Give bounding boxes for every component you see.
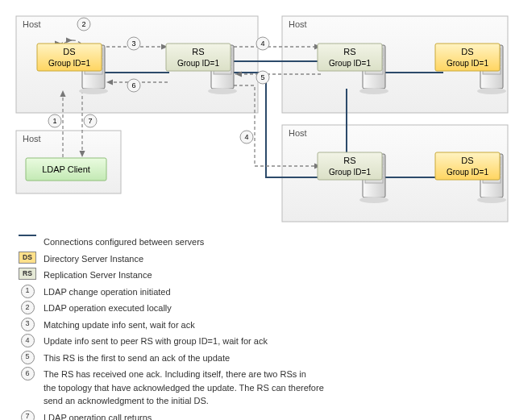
legend-connections: Connections configured between servers <box>16 235 503 249</box>
circle-2-icon: 2 <box>21 301 35 314</box>
step-bubble-3: 3 <box>127 37 140 50</box>
svg-text:Group ID=1: Group ID=1 <box>447 168 488 177</box>
svg-text:3: 3 <box>131 40 135 48</box>
svg-text:RS: RS <box>343 47 355 56</box>
host-label: Host <box>289 128 307 138</box>
legend-step-2: 2 LDAP operation executed locally <box>16 301 503 315</box>
ds-label: DS <box>63 47 75 56</box>
step-bubble-5: 5 <box>256 71 269 84</box>
ds-icon: DS <box>19 252 36 264</box>
group-id-label: Group ID=1 <box>177 59 219 68</box>
circle-3-icon: 3 <box>21 318 35 331</box>
legend-step-4: 4 Update info sent to peer RS with group… <box>16 334 503 348</box>
svg-text:4: 4 <box>244 133 248 141</box>
legend-step-6: 6 The RS has received one ack. Including… <box>16 367 503 408</box>
legend-step-3: 3 Matching update info sent, wait for ac… <box>16 318 503 332</box>
svg-text:1: 1 <box>52 117 56 125</box>
ldap-client: LDAP Client <box>26 158 106 181</box>
ldap-client-label: LDAP Client <box>42 164 90 174</box>
circle-7-icon: 7 <box>21 410 35 421</box>
legend-step-1: 1 LDAP change operation initiated <box>16 285 503 299</box>
legend-ds: DS Directory Server Instance <box>16 252 503 266</box>
line-icon <box>19 235 36 236</box>
svg-text:RS: RS <box>343 156 355 165</box>
svg-text:Group ID=1: Group ID=1 <box>329 59 371 68</box>
circle-4-icon: 4 <box>21 334 35 347</box>
circle-5-icon: 5 <box>21 351 35 364</box>
rs-label: RS <box>192 47 204 56</box>
svg-text:DS: DS <box>461 156 473 165</box>
svg-text:5: 5 <box>260 73 264 81</box>
circle-1-icon: 1 <box>21 285 35 298</box>
legend-rs: RS Replication Server Instance <box>16 268 503 282</box>
svg-text:4: 4 <box>260 40 264 48</box>
step-bubble-4: 4 <box>256 37 269 50</box>
replication-diagram: Host Host Host Host <box>8 8 511 230</box>
host-label: Host <box>23 134 41 143</box>
step-bubble-6: 6 <box>127 79 140 92</box>
group-id-label: Group ID=1 <box>48 59 90 68</box>
svg-text:6: 6 <box>131 81 135 89</box>
svg-text:Group ID=1: Group ID=1 <box>329 168 371 177</box>
host-label: Host <box>289 19 307 29</box>
step-bubble-7: 7 <box>84 114 97 127</box>
step-bubble-1: 1 <box>48 114 61 127</box>
svg-text:2: 2 <box>81 20 85 28</box>
svg-text:7: 7 <box>88 117 92 125</box>
legend-step-5: 5 This RS is the first to send an ack of… <box>16 351 503 365</box>
rs-icon: RS <box>19 268 36 280</box>
step-bubble-2: 2 <box>77 18 90 31</box>
step-bubble-4b: 4 <box>240 131 253 143</box>
host-label: Host <box>23 19 41 29</box>
legend: Connections configured between servers D… <box>16 235 503 420</box>
circle-6-icon: 6 <box>21 367 35 380</box>
svg-text:Group ID=1: Group ID=1 <box>447 59 488 68</box>
legend-step-7: 7 LDAP operation call returns <box>16 410 503 421</box>
svg-text:DS: DS <box>461 47 473 56</box>
